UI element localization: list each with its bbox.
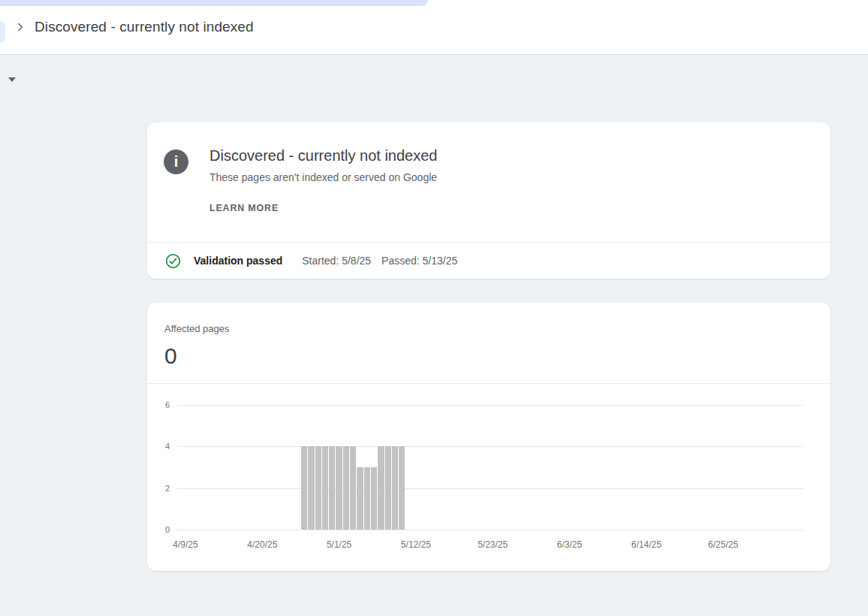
info-icon: i	[164, 149, 188, 174]
issue-detail-card: i Discovered - currently not indexed The…	[147, 122, 830, 279]
x-axis-tick-label: 5/23/25	[478, 539, 508, 550]
x-axis-tick-label: 5/1/25	[327, 539, 351, 550]
x-axis-tick-label: 6/3/25	[557, 539, 582, 550]
issue-subtitle: These pages aren't indexed or served on …	[209, 171, 437, 183]
chart-bar	[385, 446, 391, 530]
affected-pages-chart: 02464/9/254/20/255/1/255/12/255/23/256/3…	[147, 383, 830, 571]
affected-pages-label: Affected pages	[164, 323, 830, 334]
main-content: i Discovered - currently not indexed The…	[0, 55, 868, 571]
x-axis-tick-label: 6/14/25	[631, 539, 662, 550]
chart-gridline	[176, 488, 803, 489]
chart-bar	[371, 467, 377, 530]
y-axis-tick-label: 0	[147, 524, 170, 535]
learn-more-link[interactable]: LEARN MORE	[209, 203, 279, 213]
chart-bar	[399, 446, 405, 530]
page-title: Discovered - currently not indexed	[35, 19, 254, 35]
chart-bar	[301, 446, 307, 530]
chart-bar	[315, 446, 321, 530]
left-edge-accent	[0, 21, 5, 44]
chart-bar	[329, 446, 335, 530]
issue-title: Discovered - currently not indexed	[209, 147, 437, 165]
breadcrumb-chevron-icon	[14, 20, 27, 34]
chart-bar	[364, 467, 370, 530]
issue-detail-main: i Discovered - currently not indexed The…	[147, 122, 830, 242]
validation-passed-date: Passed: 5/13/25	[381, 255, 457, 267]
y-axis-tick-label: 6	[147, 400, 170, 410]
y-axis-tick-label: 4	[147, 441, 170, 451]
affected-pages-count: 0	[164, 343, 830, 368]
chart-gridline	[176, 405, 803, 406]
validation-passed-check-icon	[165, 253, 181, 269]
chart-bar	[308, 446, 314, 530]
validation-started-date: Started: 5/8/25	[302, 255, 371, 267]
x-axis-tick-label: 4/20/25	[247, 539, 277, 550]
chart-gridline	[176, 446, 803, 447]
chart-bar	[343, 446, 349, 530]
validation-status-row: Validation passed Started: 5/8/25 Passed…	[147, 242, 830, 279]
affected-pages-count-block: Affected pages 0	[147, 303, 830, 383]
search-bar-edge	[0, 0, 428, 6]
chart-bar	[357, 467, 363, 530]
affected-pages-card: Affected pages 0 02464/9/254/20/255/1/25…	[147, 303, 830, 571]
x-axis-tick-label: 5/12/25	[401, 539, 431, 550]
issue-detail-texts: Discovered - currently not indexed These…	[209, 147, 437, 214]
y-axis-tick-label: 2	[147, 483, 170, 494]
x-axis-tick-label: 6/25/25	[708, 539, 738, 550]
chart-gridline	[176, 530, 803, 530]
page-header: Discovered - currently not indexed	[0, 0, 868, 55]
x-axis-tick-label: 4/9/25	[173, 539, 197, 550]
chart-bar	[392, 446, 398, 530]
validation-status-label: Validation passed	[194, 255, 282, 267]
chart-bar	[336, 446, 342, 530]
chart-bar	[350, 446, 356, 530]
chart-bar	[322, 446, 328, 530]
chart-bar	[378, 446, 384, 530]
filter-dropdown-caret-icon[interactable]	[8, 77, 16, 82]
